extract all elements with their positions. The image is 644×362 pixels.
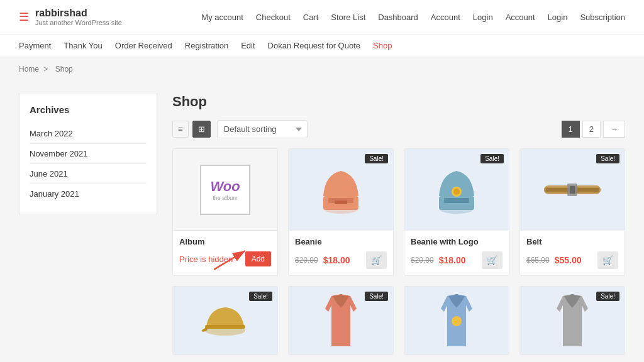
cap-image [200,302,250,340]
site-tagline: Just another WordPress site [35,19,122,26]
sidebar: Archives March 2022 November 2021 June 2… [19,94,157,355]
archive-november-2021[interactable]: November 2021 [30,144,147,164]
second-nav: Payment Thank You Order Received Registr… [0,35,644,57]
breadcrumb-home[interactable]: Home [19,65,39,74]
sale-price-beanie: $18.00 [323,255,350,265]
archive-june-2021[interactable]: June 2021 [30,164,147,184]
svg-rect-17 [205,325,245,329]
product-image-beanie: Sale! [289,149,393,231]
nav-checkout[interactable]: Checkout [256,13,291,22]
svg-point-21 [569,294,575,300]
product-image-hoodie-pink: Sale! [289,287,393,355]
archive-january-2021[interactable]: January 2021 [30,184,147,204]
product-price-beanie: $20.00 $18.00 [295,255,350,265]
nav-order-received[interactable]: Order Received [115,41,172,50]
nav-dokan-request[interactable]: Dokan Request for Quote [268,41,360,50]
svg-rect-15 [570,186,575,194]
list-view-button[interactable]: ≡ [172,121,189,138]
product-card-cap: Sale! [172,286,278,355]
add-to-cart-belt[interactable]: 🛒 [597,251,618,269]
shop-toolbar: ≡ ⊞ Default sorting Sort by popularity S… [172,120,625,138]
sale-badge-beanie-logo: Sale! [480,154,504,163]
nav-account-2[interactable]: Account [506,13,535,22]
product-info-beanie-logo: Beanie with Logo $20.00 $18.00 🛒 [404,231,509,275]
nav-registration[interactable]: Registration [185,41,228,50]
top-header: ☰ rabbirshad Just another WordPress site… [0,0,644,35]
product-image-beanie-logo: Sale! [404,149,509,231]
product-card-hoodie-pink: Sale! [288,286,394,355]
add-to-cart-beanie[interactable]: 🛒 [366,251,387,269]
product-image-belt: Sale! [520,149,625,231]
svg-rect-8 [444,198,469,203]
product-card-belt: Sale! Belt $65.00 $55. [519,148,625,276]
woo-text: Woo [210,178,240,195]
main-content: Archives March 2022 November 2021 June 2… [0,81,644,362]
svg-point-10 [453,189,460,195]
svg-point-20 [452,316,462,326]
product-info-belt: Belt $65.00 $55.00 🛒 [520,231,625,275]
product-info-beanie: Beanie $20.00 $18.00 🛒 [289,231,393,275]
product-name-beanie-logo: Beanie with Logo [411,237,502,246]
svg-line-1 [214,251,245,270]
shop-content: Shop ≡ ⊞ Default sorting Sort by popular… [172,94,625,355]
original-price-beanie-logo: $20.00 [411,256,434,265]
nav-payment[interactable]: Payment [19,41,51,50]
pagination-next-button[interactable]: → [603,121,625,138]
product-name-album: Album [179,237,271,246]
sale-price-belt: $55.00 [555,255,582,265]
product-card-hoodie-blue [404,286,509,355]
original-price-belt: $65.00 [526,256,550,265]
page-1-button[interactable]: 1 [562,121,580,138]
page-2-button[interactable]: 2 [582,121,601,138]
nav-my-account[interactable]: My account [201,13,243,22]
nav-dashboard[interactable]: Dashboard [378,13,418,22]
red-arrow [214,248,252,273]
nav-account-1[interactable]: Account [431,13,460,22]
svg-point-19 [453,294,460,300]
sort-select[interactable]: Default sorting Sort by popularity Sort … [217,120,308,138]
archives-widget: Archives March 2022 November 2021 June 2… [19,94,157,214]
logo-area: ☰ rabbirshad Just another WordPress site [19,0,132,34]
nav-shop[interactable]: Shop [373,41,392,50]
breadcrumb: Home > Shop [0,57,644,81]
price-actions-album: Price is hidden Add [179,251,271,266]
products-grid-row2: Sale! Sale! [172,286,625,355]
nav-cart[interactable]: Cart [303,13,319,22]
nav-subscription[interactable]: Subscription [580,13,625,22]
nav-edit[interactable]: Edit [241,41,255,50]
hoodie-pink-image [319,290,363,353]
nav-thank-you[interactable]: Thank You [64,41,102,50]
nav-login-1[interactable]: Login [473,13,493,22]
view-toggles: ≡ ⊞ [172,121,211,138]
product-price-belt: $65.00 $55.00 [526,255,582,265]
product-name-belt: Belt [526,237,618,246]
woo-sub: the album [213,195,238,201]
archives-title: Archives [30,104,147,115]
sale-badge-hoodie-pink: Sale! [365,292,388,301]
sale-badge-beanie: Sale! [365,154,388,163]
pagination: 1 2 → [562,121,625,138]
sale-badge-hoodie-gray: Sale! [596,292,619,301]
add-to-cart-beanie-logo[interactable]: 🛒 [482,251,502,269]
beanie-blue-image [431,162,482,218]
woo-logo: Woo the album [200,165,250,215]
grid-view-button[interactable]: ⊞ [192,121,211,138]
hamburger-icon[interactable]: ☰ [19,10,29,24]
svg-rect-5 [335,200,347,204]
hoodie-blue-image [435,290,479,353]
nav-login-2[interactable]: Login [548,13,568,22]
product-image-cap: Sale! [173,287,277,355]
product-card-beanie: Sale! Beanie $20.00 $1 [288,148,394,276]
product-image-hoodie-gray: Sale! [520,287,625,355]
product-info-album: Album Price is hidden [173,231,277,273]
product-image-album: Woo the album [173,149,277,231]
product-image-hoodie-blue [404,287,509,355]
breadcrumb-separator: > [43,65,50,74]
hoodie-gray-image [550,290,594,353]
archive-march-2022[interactable]: March 2022 [30,124,147,144]
sale-badge-belt: Sale! [596,154,619,163]
nav-store-list[interactable]: Store List [331,13,365,22]
price-actions-beanie: $20.00 $18.00 🛒 [295,251,387,269]
product-price-beanie-logo: $20.00 $18.00 [411,255,466,265]
svg-point-18 [338,294,344,300]
